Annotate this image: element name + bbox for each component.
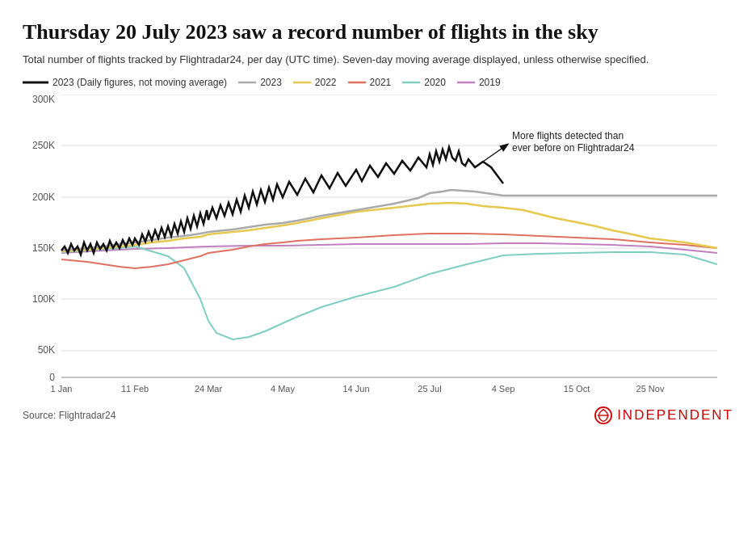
svg-text:150K: 150K (32, 242, 55, 254)
svg-text:11 Feb: 11 Feb (121, 384, 149, 394)
source-label: Source: Flightradar24 (23, 410, 116, 421)
independent-text: INDEPENDENT (617, 407, 733, 423)
chart-subtitle: Total number of flights tracked by Fligh… (23, 53, 685, 67)
legend-item-2021: 2021 (348, 77, 392, 88)
legend-item-2022: 2022 (293, 77, 337, 88)
chart-area: 0 50K 100K 150K 200K 250K 300K 1 Jan 11 … (23, 95, 733, 402)
svg-text:100K: 100K (32, 293, 55, 305)
annotation-text: More flights detected than (512, 130, 624, 141)
legend-label-2022: 2022 (315, 77, 337, 88)
legend-label-2023: 2023 (260, 77, 282, 88)
independent-logo-icon (594, 407, 612, 424)
annotation-text-2: ever before on Flightradar24 (512, 142, 635, 154)
svg-text:200K: 200K (32, 192, 55, 203)
svg-text:4 Sep: 4 Sep (492, 384, 515, 394)
svg-text:24 Mar: 24 Mar (195, 384, 223, 394)
svg-text:250K: 250K (32, 140, 55, 151)
legend-label-2021: 2021 (370, 77, 392, 88)
chart-title: Thursday 20 July 2023 saw a record numbe… (23, 19, 717, 44)
chart-legend: 2023 (Daily figures, not moving average)… (23, 77, 733, 88)
svg-text:14 Jun: 14 Jun (342, 384, 369, 394)
svg-text:1 Jan: 1 Jan (51, 384, 73, 394)
legend-item-2020: 2020 (402, 77, 446, 88)
svg-text:50K: 50K (38, 344, 55, 356)
footer: Source: Flightradar24 INDEPENDENT (23, 407, 733, 424)
legend-item-2023-daily: 2023 (Daily figures, not moving average) (23, 77, 227, 88)
chart-svg: 0 50K 100K 150K 200K 250K 300K 1 Jan 11 … (23, 95, 733, 402)
legend-label-2019: 2019 (479, 77, 501, 88)
legend-label-2023-daily: 2023 (Daily figures, not moving average) (52, 77, 227, 88)
legend-item-2023: 2023 (238, 77, 282, 88)
svg-text:0: 0 (49, 372, 55, 383)
line-2020 (61, 246, 717, 339)
svg-text:25 Nov: 25 Nov (636, 384, 665, 394)
legend-label-2020: 2020 (424, 77, 446, 88)
svg-text:25 Jul: 25 Jul (418, 384, 441, 394)
legend-item-2019: 2019 (457, 77, 501, 88)
independent-logo: INDEPENDENT (594, 407, 733, 424)
svg-line-29 (475, 145, 507, 167)
svg-text:4 May: 4 May (271, 384, 295, 394)
line-2023-daily (61, 147, 503, 255)
svg-text:300K: 300K (32, 95, 55, 105)
svg-text:15 Oct: 15 Oct (564, 384, 590, 394)
